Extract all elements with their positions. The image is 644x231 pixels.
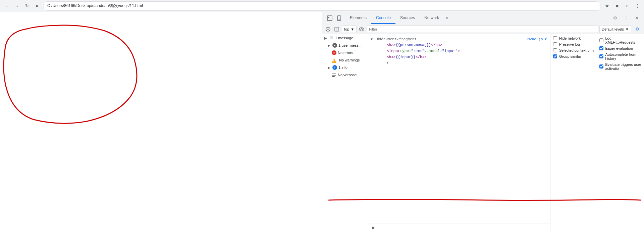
filter-input[interactable]	[367, 26, 598, 33]
selected-context-checkbox[interactable]	[553, 48, 557, 52]
nav-home-button[interactable]: ●	[33, 2, 41, 10]
nav-refresh-button[interactable]: ↻	[23, 2, 31, 10]
red-circle-drawing	[0, 22, 141, 126]
warnings-label: No warnings	[339, 58, 360, 62]
svg-rect-0	[327, 16, 332, 20]
option-log-xmlhttp[interactable]: Log XMLHttpRequests	[599, 36, 642, 44]
tab-network[interactable]: Network	[420, 12, 444, 24]
svg-point-8	[361, 28, 363, 30]
svg-point-7	[359, 28, 364, 31]
expand-more-icon[interactable]: ▶	[387, 61, 389, 64]
close-devtools-button[interactable]: ✕	[632, 13, 641, 23]
devtools-tabs: Elements Console Sources Network »	[345, 12, 610, 24]
svg-rect-11	[330, 39, 333, 39]
option-eval-triggers[interactable]: Evaluate triggers user activatio	[599, 62, 642, 71]
device-toolbar-button[interactable]	[334, 13, 344, 23]
bookmark-button[interactable]: ★	[603, 2, 611, 10]
console-options: Hide network Preserve log Selected conte…	[550, 34, 644, 231]
svg-rect-9	[330, 37, 333, 37]
info-label: 1 info	[338, 65, 347, 70]
options-left-col: Hide network Preserve log Selected conte…	[553, 36, 595, 71]
sidebar-item-warnings[interactable]: No warnings	[322, 56, 369, 64]
vertical-dots-icon: ⋮	[624, 15, 628, 20]
group-similar-label: Group similar	[559, 54, 581, 58]
option-autocomplete[interactable]: Autocomplete from history	[599, 52, 642, 60]
console-main: ▼ #document-fragment Mvue.js:8 <h3>{{per…	[369, 34, 550, 231]
svg-rect-13	[332, 75, 336, 76]
selected-context-label: Selected context only	[559, 48, 594, 52]
eval-triggers-checkbox[interactable]	[599, 64, 603, 68]
sidebar-item-errors[interactable]: ✕ No errors	[322, 49, 369, 56]
option-eager-eval[interactable]: Eager evaluation	[599, 46, 642, 50]
gear-icon: ⚙	[613, 15, 617, 20]
eager-eval-checkbox[interactable]	[599, 46, 603, 50]
user-icon: ●	[332, 43, 337, 48]
autocomplete-label: Autocomplete from history	[605, 52, 642, 60]
devtools-panel: Elements Console Sources Network » ⚙	[322, 12, 644, 231]
option-hide-network[interactable]: Hide network	[553, 36, 595, 40]
sidebar-item-verbose[interactable]: No verbose	[322, 71, 369, 79]
info-icon: i	[332, 65, 337, 70]
nav-back-button[interactable]: ←	[3, 2, 11, 10]
log-xmlhttp-label: Log XMLHttpRequests	[605, 36, 642, 44]
toggle-sidebar-button[interactable]	[333, 26, 340, 33]
levels-dropdown[interactable]: Default levels ▼	[599, 26, 631, 33]
more-options-button[interactable]: ⋮	[621, 13, 631, 23]
eye-button[interactable]	[358, 26, 365, 33]
hide-network-label: Hide network	[559, 36, 581, 40]
options-right-col: Log XMLHttpRequests Eager evaluation Aut…	[599, 36, 642, 71]
console-settings-button[interactable]: ⚙	[633, 25, 642, 34]
profile-button[interactable]: ○	[623, 2, 631, 10]
menu-button[interactable]: ⋮	[633, 2, 641, 10]
settings-button[interactable]: ⚙	[610, 13, 620, 23]
log-xmlhttp-checkbox[interactable]	[599, 38, 603, 42]
error-icon: ✕	[332, 50, 336, 55]
inspect-element-button[interactable]	[325, 13, 334, 23]
verbose-icon	[332, 73, 336, 77]
tab-more[interactable]: »	[444, 12, 450, 24]
tab-console[interactable]: Console	[371, 12, 395, 24]
warning-icon	[332, 58, 336, 63]
context-selector[interactable]: top ▼	[342, 26, 357, 33]
code-block: <h3>{{person.mesag}}</h3> <input type="t…	[372, 41, 547, 61]
extensions-button[interactable]: ■	[613, 2, 621, 10]
close-icon: ✕	[635, 15, 639, 20]
messages-label: 1 message	[335, 36, 353, 40]
svg-rect-10	[330, 38, 333, 38]
option-group-similar[interactable]: Group similar	[553, 54, 595, 58]
eager-eval-label: Eager evaluation	[605, 46, 633, 50]
clear-console-button[interactable]	[324, 26, 332, 33]
hide-network-checkbox[interactable]	[553, 36, 557, 40]
console-output[interactable]: ▼ #document-fragment Mvue.js:8 <h3>{{per…	[369, 34, 550, 224]
preserve-log-checkbox[interactable]	[553, 42, 557, 46]
preserve-log-label: Preserve log	[559, 42, 580, 46]
sidebar-item-info[interactable]: ▶ i 1 info	[322, 64, 369, 71]
fragment-link[interactable]: Mvue.js:8	[527, 37, 547, 41]
group-similar-checkbox[interactable]	[553, 54, 557, 58]
console-toolbar: top ▼ Default levels ▼ ⚙	[322, 24, 644, 34]
option-selected-context[interactable]: Selected context only	[553, 48, 595, 52]
levels-label: Default levels	[602, 27, 624, 31]
devtools-header: Elements Console Sources Network » ⚙	[322, 12, 644, 24]
svg-rect-5	[335, 27, 339, 31]
code-line-3: <h4>{{input}}</h4>	[387, 54, 545, 60]
context-label: top	[344, 27, 349, 31]
chevron-down-icon: ▼	[625, 27, 629, 31]
address-bar[interactable]: C:/Users/86166/Desktop/qianduan/渐次vue.js…	[43, 1, 601, 11]
svg-rect-12	[332, 74, 336, 74]
tab-elements[interactable]: Elements	[345, 12, 371, 24]
tab-sources[interactable]: Sources	[395, 12, 420, 24]
sidebar-item-user-messages[interactable]: ▶ ● 1 user mess...	[322, 42, 369, 49]
main-content: Elements Console Sources Network » ⚙	[0, 12, 644, 231]
option-preserve-log[interactable]: Preserve log	[553, 42, 595, 46]
nav-forward-button[interactable]: →	[13, 2, 21, 10]
page-area	[0, 12, 322, 231]
fragment-title: #document-fragment	[377, 37, 417, 41]
expand-arrow-icon: ▶	[324, 36, 328, 40]
sidebar-item-messages[interactable]: ▶ 1 message	[322, 34, 369, 42]
autocomplete-checkbox[interactable]	[599, 54, 603, 58]
code-line-1: <h3>{{person.mesag}}</h3>	[387, 42, 545, 48]
console-prompt[interactable]: ▶	[369, 224, 550, 231]
eval-triggers-label: Evaluate triggers user activatio	[605, 62, 642, 71]
user-messages-label: 1 user mess...	[338, 43, 362, 47]
